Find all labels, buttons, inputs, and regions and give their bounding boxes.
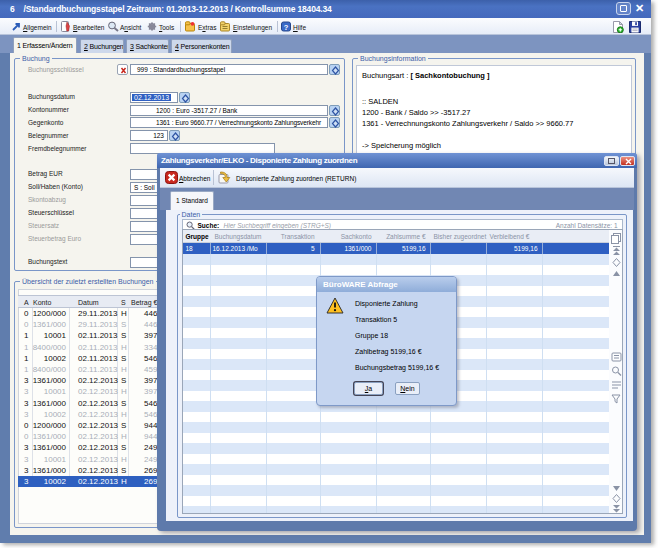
- svg-text:?: ?: [284, 23, 289, 32]
